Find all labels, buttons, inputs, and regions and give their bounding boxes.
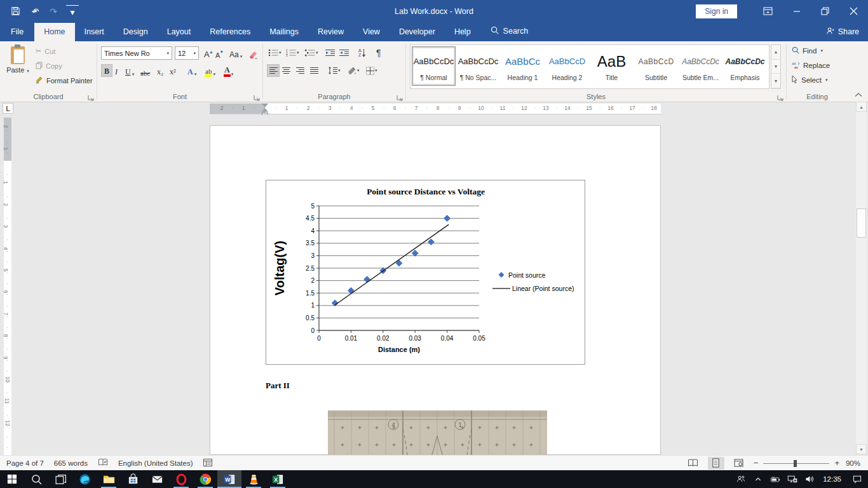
undo-icon[interactable]: ↶▾ xyxy=(28,5,41,18)
scroll-down-icon[interactable]: ▼ xyxy=(856,444,867,454)
scrollbar-thumb[interactable] xyxy=(857,208,866,238)
zoom-slider[interactable]: − + xyxy=(754,458,839,468)
word-count[interactable]: 665 words xyxy=(54,459,88,467)
grow-font-button[interactable]: A▲ xyxy=(204,46,215,59)
style-title[interactable]: AaBTitle xyxy=(590,46,634,86)
replace-button[interactable]: abac Replace xyxy=(792,61,830,70)
tab-references[interactable]: References xyxy=(200,23,260,41)
people-icon[interactable] xyxy=(732,470,749,488)
vertical-scrollbar[interactable]: ▲ ▼ xyxy=(856,102,867,454)
shading-icon[interactable]: ▾ xyxy=(347,64,360,77)
tab-view[interactable]: View xyxy=(353,23,390,41)
styles-dialog-launcher-icon[interactable] xyxy=(777,93,784,100)
hidden-icons-chevron-icon[interactable] xyxy=(749,470,766,488)
subscript-button[interactable]: x₂ xyxy=(157,64,163,77)
tab-help[interactable]: Help xyxy=(445,23,480,41)
style-subtle-em[interactable]: AaBbCcDcSubtle Em... xyxy=(679,46,722,86)
sort-icon[interactable]: A Z xyxy=(358,46,366,59)
style-subtitle[interactable]: AaBbCcDSubtitle xyxy=(634,46,678,86)
chrome-taskbar-button[interactable] xyxy=(193,470,217,488)
task-view-taskbar-button[interactable] xyxy=(48,470,72,488)
restore-icon[interactable] xyxy=(811,0,839,22)
sign-in-button[interactable]: Sign in xyxy=(696,4,737,18)
edge-taskbar-button[interactable] xyxy=(72,470,97,488)
line-spacing-icon[interactable]: ▾ xyxy=(328,64,341,77)
clipboard-dialog-launcher-icon[interactable] xyxy=(88,93,95,100)
show-hide-pilcrow-button[interactable]: ¶ xyxy=(376,46,381,59)
save-icon[interactable] xyxy=(9,5,22,18)
voltage-chart[interactable]: 00.511.522.533.544.5500.010.020.030.040.… xyxy=(266,180,585,365)
bold-button[interactable]: B xyxy=(101,64,112,77)
proofing-icon[interactable] xyxy=(98,458,108,468)
document-page[interactable]: 00.511.522.533.544.5500.010.020.030.040.… xyxy=(210,125,661,455)
borders-icon[interactable]: ▾ xyxy=(366,64,377,77)
tab-design[interactable]: Design xyxy=(114,23,158,41)
language-indicator[interactable]: English (United States) xyxy=(118,459,193,467)
volume-icon[interactable] xyxy=(801,470,818,488)
align-left-button[interactable] xyxy=(267,64,280,77)
paste-dropdown-icon[interactable]: ▾ xyxy=(27,69,29,73)
highlight-color-button[interactable]: ab▾ xyxy=(205,64,215,77)
tab-stop-selector[interactable]: L xyxy=(3,103,13,114)
vertical-ruler[interactable]: 21123456789101112·······················… xyxy=(4,118,11,455)
format-painter-button[interactable]: Format Painter xyxy=(36,76,93,85)
change-case-button[interactable]: Aa▾ xyxy=(229,46,242,59)
first-line-indent-marker[interactable] xyxy=(262,104,268,107)
justify-button[interactable] xyxy=(310,64,318,77)
find-button[interactable]: Find▾ xyxy=(792,46,823,55)
paragraph-dialog-launcher-icon[interactable] xyxy=(397,93,403,100)
web-layout-icon[interactable] xyxy=(731,457,747,470)
shrink-font-button[interactable]: A▼ xyxy=(215,46,225,59)
select-button[interactable]: Select▾ xyxy=(792,76,827,85)
close-icon[interactable] xyxy=(839,0,868,22)
page-indicator[interactable]: Page 4 of 7 xyxy=(6,459,44,467)
style-heading-2[interactable]: AaBbCcDHeading 2 xyxy=(545,46,589,86)
scroll-up-icon[interactable]: ▲ xyxy=(856,102,867,112)
minimize-icon[interactable] xyxy=(782,0,811,22)
zoom-in-icon[interactable]: + xyxy=(834,458,839,468)
tab-file[interactable]: File xyxy=(0,23,34,41)
tab-layout[interactable]: Layout xyxy=(158,23,201,41)
tab-developer[interactable]: Developer xyxy=(390,23,445,41)
align-right-button[interactable] xyxy=(296,64,304,77)
zoom-out-icon[interactable]: − xyxy=(754,458,759,468)
styles-scroll-up-icon[interactable]: ▲ xyxy=(771,45,780,60)
paste-button[interactable]: Paste ▾ xyxy=(4,45,32,87)
store-taskbar-button[interactable] xyxy=(121,470,145,488)
excel-taskbar-button[interactable]: X xyxy=(266,470,290,488)
clear-formatting-icon[interactable] xyxy=(248,46,258,59)
font-color-button[interactable]: A▾ xyxy=(224,64,233,77)
ribbon-display-options-icon[interactable] xyxy=(754,0,782,22)
read-mode-icon[interactable] xyxy=(685,457,702,470)
taskbar-clock[interactable]: 12:35 xyxy=(818,475,846,483)
tab-mailings[interactable]: Mailings xyxy=(260,23,308,41)
style-heading-1[interactable]: AaBbCcHeading 1 xyxy=(501,46,545,86)
network-icon[interactable] xyxy=(783,470,801,488)
align-center-button[interactable] xyxy=(282,64,290,77)
word-taskbar-button[interactable]: W xyxy=(217,470,241,488)
italic-button[interactable]: I xyxy=(115,64,118,77)
underline-button[interactable]: U▾ xyxy=(125,64,134,77)
customize-qat-icon[interactable]: ▾ xyxy=(66,5,79,18)
multilevel-list-icon[interactable]: ▾ xyxy=(305,46,318,59)
mail-taskbar-button[interactable] xyxy=(145,470,169,488)
font-size-combo[interactable]: 12▾ xyxy=(175,46,199,60)
style-no-spac[interactable]: AaBbCcDc¶ No Spac... xyxy=(456,46,500,86)
styles-more-icon[interactable]: ▼ xyxy=(771,74,780,88)
search-taskbar-button[interactable] xyxy=(24,470,48,488)
battery-icon[interactable] xyxy=(766,470,783,488)
field-map-photo[interactable]: 41 xyxy=(328,410,547,455)
tab-home[interactable]: Home xyxy=(34,23,74,41)
increase-indent-icon[interactable] xyxy=(339,46,349,59)
style-emphasis[interactable]: AaBbCcDcEmphasis xyxy=(723,46,767,86)
styles-scroll-down-icon[interactable]: ▼ xyxy=(771,60,780,74)
text-effects-button[interactable]: A▾ xyxy=(187,64,196,77)
style-normal[interactable]: AaBbCcDc¶ Normal xyxy=(412,46,456,86)
action-center-icon[interactable] xyxy=(846,470,868,488)
tab-review[interactable]: Review xyxy=(308,23,353,41)
vlc-taskbar-button[interactable] xyxy=(241,470,266,488)
share-button[interactable]: Share xyxy=(826,27,859,37)
font-name-combo[interactable]: Times New Ro▾ xyxy=(101,46,172,60)
strikethrough-button[interactable]: abc xyxy=(140,64,150,77)
start-taskbar-button[interactable] xyxy=(0,470,24,488)
